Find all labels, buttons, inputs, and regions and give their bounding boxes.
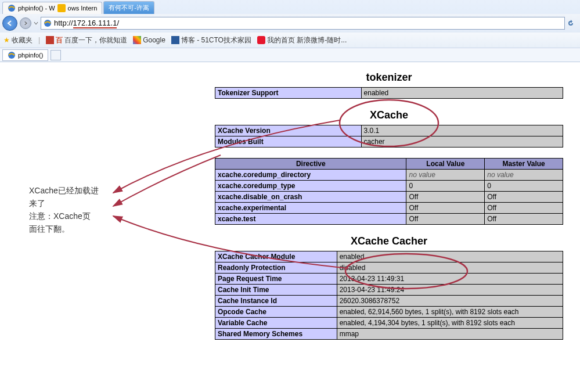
phpinfo-section: tokenizer Tokenizer Supportenabled XCach… <box>215 71 563 340</box>
arrow-right-icon <box>23 21 28 26</box>
address-input[interactable]: http://172.16.111.1/ <box>41 17 565 30</box>
xcache-cacher-table: XCache Cacher ModuleenabledReadonly Prot… <box>215 251 563 340</box>
directive-name: Shared Memory Schemes <box>215 329 337 340</box>
bookmark-icon <box>46 36 54 44</box>
directive-value: cacher <box>361 136 563 148</box>
url-text: http://172.16.111.1/ <box>54 19 119 28</box>
directive-name: Readonly Protection <box>215 262 337 274</box>
tab-title: phpinfo() - W <box>18 5 55 12</box>
directive-name: xcache.experimental <box>215 203 406 214</box>
ie-icon <box>8 4 16 12</box>
directive-name: Cache Instance Id <box>215 296 337 307</box>
favorites-label: 收藏夹 <box>12 35 33 45</box>
directive-name: Opcode Cache <box>215 307 337 318</box>
local-value: Off <box>406 192 485 203</box>
bookmark-bai-icon: 百 <box>56 35 63 45</box>
local-value: Off <box>406 214 485 225</box>
master-value: no value <box>485 170 563 181</box>
section-title-xcache-cacher: XCache Cacher <box>215 235 563 247</box>
directive-name: Page Request Time <box>215 274 337 285</box>
local-value: 0 <box>406 181 485 192</box>
directive-value: 2013-04-23 11:49:24 <box>337 285 563 296</box>
table-row: Modules Builtcacher <box>215 136 563 148</box>
local-value: no value <box>406 170 485 181</box>
directive-name: Tokenizer Support <box>215 88 362 99</box>
master-value: 0 <box>485 181 563 192</box>
window-tab-1[interactable]: phpinfo() - W ows Intern <box>2 2 102 14</box>
directive-name: xcache.coredump_type <box>215 181 406 192</box>
tokenizer-table: Tokenizer Supportenabled <box>215 87 563 99</box>
favorites-bar: ★ 收藏夹 | 百 百度一下，你就知道 Google 博客 - 51CTO技术家… <box>0 33 580 48</box>
table-row: Cache Init Time2013-04-23 11:49:24 <box>215 285 563 296</box>
directive-name: XCache Version <box>215 125 362 136</box>
star-icon: ★ <box>3 36 10 44</box>
address-bar-row: http://172.16.111.1/ <box>0 14 580 33</box>
page-tab-row: phpinfo() <box>0 48 580 62</box>
forward-button[interactable] <box>20 17 31 29</box>
chevron-down-icon[interactable] <box>34 21 38 26</box>
window-tab-row: phpinfo() - W ows Intern 有何不可-许嵩 <box>0 0 580 14</box>
col-master: Master Value <box>485 159 563 170</box>
local-value: Off <box>406 203 485 214</box>
directive-value: 26020.3086378752 <box>337 296 563 307</box>
bookmark-label: 博客 - 51CTO技术家园 <box>181 35 251 45</box>
table-row: XCache Version3.0.1 <box>215 125 563 136</box>
bookmark-item[interactable]: 百 百度一下，你就知道 <box>46 35 127 45</box>
page-tab-label: phpinfo() <box>18 52 43 59</box>
master-value: Off <box>485 203 563 214</box>
table-row: Variable Cacheenabled, 4,194,304 bytes, … <box>215 318 563 329</box>
bookmark-item[interactable]: 我的首页 新浪微博-随时... <box>257 35 347 45</box>
weibo-icon <box>257 36 265 44</box>
table-row: xcache.coredump_directoryno valueno valu… <box>215 170 563 181</box>
window-tab-2[interactable]: 有何不可-许嵩 <box>103 1 154 14</box>
tab-title-suffix: ows Intern <box>68 5 98 12</box>
directive-name: xcache.coredump_directory <box>215 170 406 181</box>
table-row: Page Request Time2013-04-23 11:49:31 <box>215 274 563 285</box>
refresh-icon[interactable] <box>567 20 574 27</box>
xcache-table: XCache Version3.0.1Modules Builtcacher <box>215 125 563 148</box>
directive-value: enabled <box>361 88 563 99</box>
table-row: Tokenizer Supportenabled <box>215 88 563 99</box>
table-row: xcache.experimentalOffOff <box>215 203 563 214</box>
directive-value: disabled <box>337 262 563 274</box>
master-value: Off <box>485 192 563 203</box>
table-row: Readonly Protectiondisabled <box>215 262 563 274</box>
google-icon <box>133 36 141 44</box>
bookmark-label: Google <box>143 36 165 44</box>
back-button[interactable] <box>2 16 17 31</box>
table-row: xcache.testOffOff <box>215 214 563 225</box>
site-icon <box>171 36 179 44</box>
directive-name: Modules Built <box>215 136 362 148</box>
directive-name: xcache.test <box>215 214 406 225</box>
page-tab[interactable]: phpinfo() <box>2 49 48 61</box>
directive-value: enabled, 4,194,304 bytes, 1 split(s), wi… <box>337 318 563 329</box>
section-title-tokenizer: tokenizer <box>215 71 563 84</box>
directive-name: Variable Cache <box>215 318 337 329</box>
new-tab-button[interactable] <box>51 50 61 60</box>
favorites-button[interactable]: ★ 收藏夹 <box>3 35 33 45</box>
directive-name: Cache Init Time <box>215 285 337 296</box>
section-title-xcache: XCache <box>215 109 563 121</box>
table-row: Shared Memory Schemesmmap <box>215 329 563 340</box>
table-row: XCache Cacher Moduleenabled <box>215 251 563 262</box>
arrow-left-icon <box>6 20 13 27</box>
directive-value: 3.0.1 <box>361 125 563 136</box>
browser-chrome: phpinfo() - W ows Intern 有何不可-许嵩 http://… <box>0 0 580 62</box>
directive-value: mmap <box>337 329 563 340</box>
divider: | <box>38 36 40 44</box>
bookmark-item[interactable]: Google <box>133 36 165 44</box>
col-local: Local Value <box>406 159 485 170</box>
col-directive: Directive <box>215 159 406 170</box>
bookmark-label: 我的首页 新浪微博-随时... <box>267 35 347 45</box>
table-row: xcache.disable_on_crashOffOff <box>215 192 563 203</box>
bookmark-item[interactable]: 博客 - 51CTO技术家园 <box>171 35 251 45</box>
table-row: Cache Instance Id26020.3086378752 <box>215 296 563 307</box>
page-icon <box>44 19 52 27</box>
directive-name: xcache.disable_on_crash <box>215 192 406 203</box>
tab-title: 有何不可-许嵩 <box>109 3 149 12</box>
directive-name: XCache Cacher Module <box>215 251 337 262</box>
master-value: Off <box>485 214 563 225</box>
directive-value: 2013-04-23 11:49:31 <box>337 274 563 285</box>
app-icon <box>57 4 66 12</box>
xcache-directives-table: Directive Local Value Master Value xcach… <box>215 158 563 225</box>
